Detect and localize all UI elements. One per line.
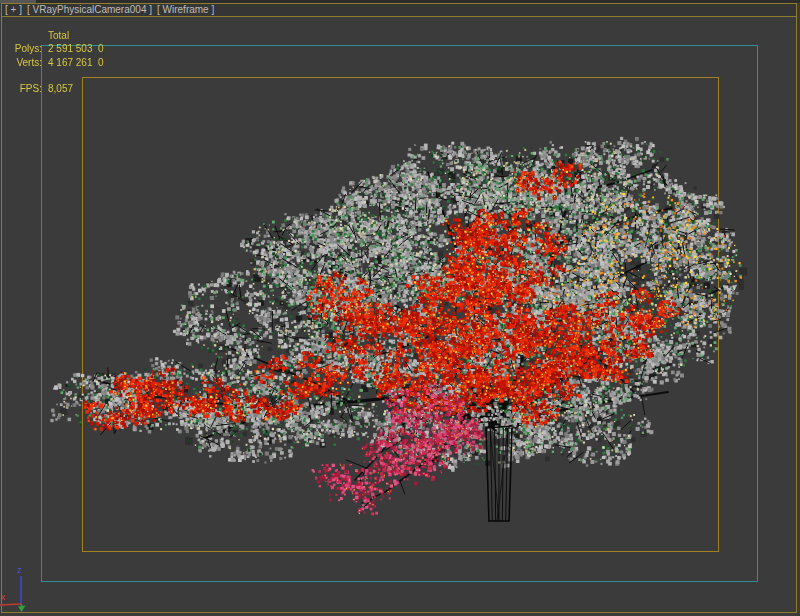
stats-total-header: Total [48,31,69,41]
axis-y-arrowhead [18,606,26,613]
stats-polys-row: Polys: 2 591 503 0 [8,44,104,54]
statistics-overlay: Total Polys: 2 591 503 0 Verts: 4 167 26… [0,0,11,60]
viewport-shading-menu-button[interactable]: [ Wireframe ] [157,5,214,15]
stats-fps-value: 8,057 [48,84,73,94]
stats-fps-label: FPS: [8,84,42,94]
stats-polys-label: Polys: [8,44,42,54]
viewport-3d-scene-tree-wireframe[interactable] [0,0,800,616]
stats-fps-row: FPS: 8,057 [8,84,73,94]
axis-x-line [0,604,21,605]
stats-verts-value: 4 167 261 0 [48,58,104,68]
stats-verts-row: Verts: 4 167 261 0 [8,58,104,68]
axis-x-label: x [1,592,6,602]
world-axis-tripod: z x [0,560,40,614]
3dsmax-viewport-window: [ + ] [ VRayPhysicalCamera004 ] [ Wirefr… [0,0,800,616]
axis-z-label: z [17,565,22,575]
stats-verts-label: Verts: [8,58,42,68]
viewport-pov-camera-menu-button[interactable]: [ VRayPhysicalCamera004 ] [27,5,152,15]
stats-polys-value: 2 591 503 0 [48,44,104,54]
viewport-label-bar: [ + ] [ VRayPhysicalCamera004 ] [ Wirefr… [1,3,797,17]
